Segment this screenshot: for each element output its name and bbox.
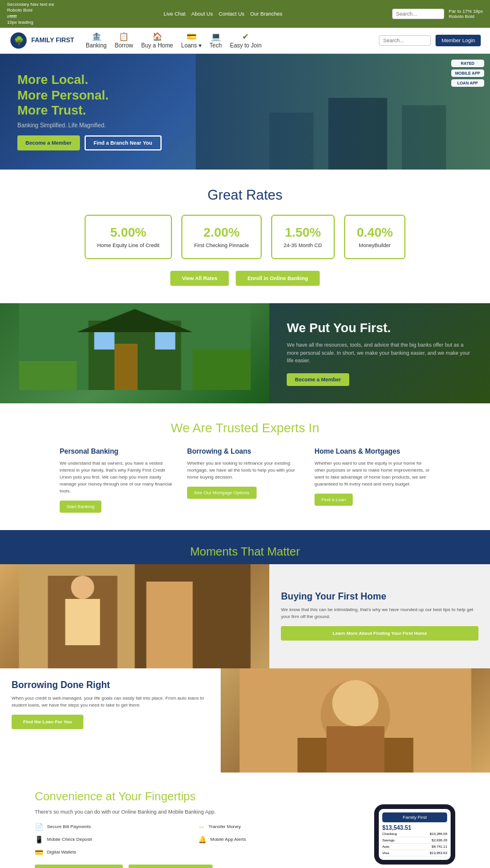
nav-brand: FAMILY FIRST [31, 36, 74, 44]
moments-row-2: Borrowing Done Right When your credit is… [0, 668, 490, 773]
top-bar: Secondary Nav text ea Roboto Bold #fffff… [0, 0, 490, 28]
rates-grid: 5.00% Home Equity Line of Credit 2.00% F… [23, 215, 467, 260]
mortgage-options-button[interactable]: See Our Mortgage Options [187, 487, 257, 499]
nav-banking[interactable]: 🏦 Banking [86, 32, 107, 49]
expert-col-1: Borrowing & Loans Whether you are lookin… [187, 447, 303, 513]
member-login-button[interactable]: Member Login [436, 35, 481, 46]
put-first-content: We Put You First. We have all the resour… [269, 303, 490, 403]
alert-icon: 🔔 [198, 836, 207, 844]
phone-header: Family First [382, 812, 447, 822]
view-all-rates-button[interactable]: View All Rates [170, 271, 229, 286]
phone-row-2: Auto $8,741.11 [382, 844, 447, 850]
live-chat-link[interactable]: Live Chat [163, 11, 185, 17]
feature-transfer: ↔ Transfer Money [198, 823, 357, 831]
loans-icon: 💳 [187, 32, 196, 41]
nav-buy-home[interactable]: 🏠 Buy a Home [141, 32, 173, 49]
moments-card-1-text: We know that this can be intimidating, t… [281, 606, 478, 620]
svg-point-13 [71, 576, 94, 599]
convenience-title: Convenience at Your Fingertips [35, 790, 357, 803]
phone-value-0: $10,286.09 [430, 832, 447, 836]
moments-row-1: Buying Your First Home We know that this… [0, 564, 490, 668]
expert-title-1: Borrowing & Loans [187, 447, 303, 455]
check-icon: 📱 [35, 836, 43, 844]
phone-row-1: Savings $2,636.28 [382, 837, 447, 844]
hero-section: More Local. More Personal. More Trust. B… [0, 54, 490, 170]
feature-digital-wallet: 💳 Digital Wallets [35, 848, 193, 856]
about-us-link[interactable]: About Us [191, 11, 213, 17]
enroll-banking-button[interactable]: Enroll in Online Banking [236, 271, 320, 286]
nav-tech[interactable]: 💻 Tech [210, 32, 222, 49]
convenience-text: There's so much you can do with our Onli… [35, 809, 357, 815]
phone-label-0: Checking [382, 832, 397, 836]
hero-line1: More Local. [17, 72, 88, 87]
rate-card-1: 2.00% First Checking Pinnacle [181, 215, 262, 260]
nav-items: 🏦 Banking 📋 Borrow 🏠 Buy a Home 💳 Loans … [86, 32, 379, 49]
hero-buttons: Become a Member Find a Branch Near You [17, 135, 162, 150]
nav-banking-label: Banking [86, 42, 107, 49]
phone-row-0: Checking $10,286.09 [382, 831, 447, 837]
enroll-online-button[interactable]: Enroll in Online Banking [129, 865, 213, 868]
nav-easy-join-label: Easy to Join [230, 42, 261, 49]
top-bar-right: Par to 17% 18pxRoboto Bold [392, 9, 483, 19]
convenience-section: Convenience at Your Fingertips There's s… [0, 773, 490, 868]
svg-point-18 [332, 680, 378, 726]
convenience-buttons: Download Our Mobile App Enroll in Online… [35, 865, 357, 868]
top-search-input[interactable] [392, 9, 444, 19]
top-bar-links: Secondary Nav text ea Roboto Bold #fffff… [7, 2, 54, 26]
rate-label-0: Home Equity Line of Credit [97, 242, 160, 249]
moments-title: Moments That Matter [0, 539, 490, 564]
become-member-button[interactable]: Become a Member [17, 135, 80, 150]
hero-mobile-badges: RATED MOBILE APP LOAN APP [451, 60, 484, 87]
nav-buy-home-label: Buy a Home [141, 42, 173, 49]
svg-rect-20 [326, 726, 384, 773]
find-loan-you-button[interactable]: Find the Loan For You [12, 715, 83, 729]
rate-label-3: MoneyBuilder [357, 242, 393, 249]
moments-family-image [0, 564, 269, 668]
phone-label-2: Auto [382, 845, 389, 848]
page-wrapper: Secondary Nav text ea Roboto Bold #fffff… [0, 0, 490, 868]
svg-text:🌳: 🌳 [14, 36, 24, 46]
moments-car-image [221, 668, 490, 773]
nav-borrow-label: Borrow [115, 42, 133, 49]
contact-us-link[interactable]: Contact Us [218, 11, 244, 17]
trusted-title: We Are Trusted Experts In [23, 421, 467, 436]
nav-easy-join[interactable]: ✔ Easy to Join [230, 32, 261, 49]
moments-section: Moments That Matter Buying Your First Ho… [0, 530, 490, 773]
feature-check-deposit: 📱 Mobile Check Deposit [35, 836, 193, 844]
rate-value-1: 2.00% [194, 225, 249, 240]
expert-col-0: Personal Banking We understand that as o… [60, 447, 175, 513]
phone-screen: Family First $13,543.51 Checking $10,286… [379, 809, 451, 860]
expert-col-2: Home Loans & Mortgages Whether you want … [315, 447, 430, 513]
download-mobile-button[interactable]: Download Our Mobile App [35, 865, 123, 868]
start-banking-button[interactable]: Start Banking [60, 501, 101, 513]
rate-card-0: 5.00% Home Equity Line of Credit [85, 215, 173, 260]
rate-value-3: 0.40% [357, 225, 393, 240]
top-bar-phone: Par to 17% 18pxRoboto Bold [449, 9, 483, 19]
svg-rect-15 [147, 582, 193, 668]
nav-loans-label: Loans ▾ [181, 42, 202, 49]
hero-background [196, 54, 490, 170]
logo-icon: 🌳 [9, 31, 28, 50]
nav-loans[interactable]: 💳 Loans ▾ [181, 32, 202, 49]
rated-badge: RATED [451, 60, 484, 67]
convenience-features: 📄 Secure Bill Payments ↔ Transfer Money … [35, 823, 357, 856]
experts-grid: Personal Banking We understand that as o… [23, 447, 467, 513]
put-first-title: We Put You First. [287, 321, 473, 336]
put-first-text: We have all the resources, tools, and ad… [287, 341, 473, 365]
nav-search-input[interactable] [379, 35, 431, 46]
borrow-icon: 📋 [119, 32, 129, 41]
svg-rect-9 [193, 350, 251, 390]
find-branch-button[interactable]: Find a Branch Near You [85, 135, 162, 150]
bill-pay-icon: 📄 [35, 823, 43, 831]
learn-more-home-button[interactable]: Learn More About Finding Your First Home [281, 626, 478, 641]
rate-value-2: 1.50% [284, 225, 322, 240]
mobile-app-badge: MOBILE APP [451, 69, 484, 77]
branches-link[interactable]: Our Branches [250, 11, 283, 17]
rate-label-2: 24-35 Month CD [284, 242, 322, 249]
put-first-become-member-button[interactable]: Become a Member [287, 373, 349, 386]
nav-borrow[interactable]: 📋 Borrow [115, 32, 133, 49]
put-first-house-image [0, 303, 269, 403]
find-loan-button[interactable]: Find a Loan [315, 494, 353, 506]
top-bar-nav-links[interactable]: Live Chat About Us Contact Us Our Branch… [163, 11, 282, 17]
trusted-section: We Are Trusted Experts In Personal Banki… [0, 403, 490, 530]
